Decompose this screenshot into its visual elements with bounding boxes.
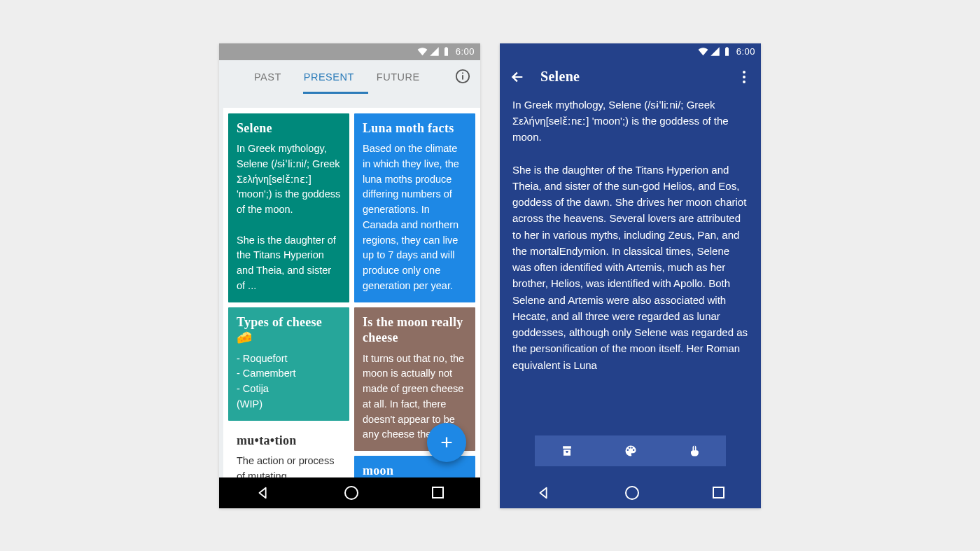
cards-column-right: Luna moth facts Based on the climate in …	[354, 113, 475, 477]
nav-home-icon[interactable]	[344, 486, 358, 500]
status-bar: 6:00	[219, 43, 480, 60]
tab-past[interactable]: PAST	[243, 60, 293, 94]
card-body: Based on the climate in which they live,…	[363, 141, 467, 294]
svg-rect-1	[462, 75, 463, 79]
card-title: Types of cheese 🧀	[237, 314, 341, 346]
card-selene[interactable]: Selene In Greek mythology, Selene (/sɨˈl…	[228, 113, 349, 302]
card-title: Selene	[237, 120, 341, 137]
back-arrow-icon[interactable]	[510, 69, 525, 85]
page-title: Selene	[540, 69, 722, 85]
cards-area: Selene In Greek mythology, Selene (/sɨˈl…	[223, 108, 480, 477]
status-time: 6:00	[736, 46, 755, 57]
plus-icon: +	[440, 431, 453, 454]
wifi-icon	[698, 46, 708, 57]
signal-icon	[429, 46, 440, 57]
note-paragraph: In Greek mythology, Selene (/sɨˈliːni/; …	[512, 97, 748, 146]
nav-back-icon[interactable]	[255, 485, 271, 501]
card-mutation[interactable]: mu•ta•tion The action or process of muta…	[228, 426, 349, 477]
wifi-icon	[417, 46, 428, 57]
android-navbar	[500, 477, 761, 508]
tab-future[interactable]: FUTURE	[365, 60, 431, 94]
card-body: In Greek mythology, Selene (/sɨˈliːni/; …	[237, 141, 341, 294]
nav-recent-icon[interactable]	[432, 487, 444, 498]
card-luna-moth[interactable]: Luna moth facts Based on the climate in …	[354, 113, 475, 302]
card-title: Luna moth facts	[363, 120, 467, 137]
tab-present[interactable]: PRESENT	[293, 60, 365, 94]
tab-bar: PAST PRESENT FUTURE	[219, 60, 480, 94]
svg-rect-2	[462, 72, 463, 74]
note-paragraph: She is the daughter of the Titans Hyperi…	[512, 162, 748, 373]
archive-icon[interactable]	[560, 444, 574, 458]
signal-icon	[710, 46, 720, 57]
card-body: The action or process of mutating	[237, 454, 341, 477]
phone-list-view: 6:00 PAST PRESENT FUTURE Selene In Greek…	[219, 43, 480, 508]
tab-underline	[303, 92, 368, 94]
overflow-menu-icon[interactable]	[737, 70, 751, 84]
note-body: In Greek mythology, Selene (/sɨˈliːni/; …	[500, 94, 761, 373]
app-bar: Selene	[500, 60, 761, 94]
battery-icon	[722, 46, 732, 57]
nav-home-icon[interactable]	[625, 486, 639, 500]
status-time: 6:00	[456, 46, 475, 57]
fab-add-button[interactable]: +	[427, 423, 466, 462]
nav-recent-icon[interactable]	[713, 487, 724, 498]
card-body: - Roquefort - Camembert - Cotija (WIP)	[237, 351, 341, 412]
cards-column-left: Selene In Greek mythology, Selene (/sɨˈl…	[228, 113, 349, 477]
info-icon[interactable]	[455, 69, 470, 84]
battery-icon	[441, 46, 451, 57]
card-title: moon	[363, 463, 467, 477]
phone-detail-view: 6:00 Selene In Greek mythology, Selene (…	[500, 43, 761, 508]
bottom-action-bar	[535, 435, 726, 466]
card-types-of-cheese[interactable]: Types of cheese 🧀 - Roquefort - Camember…	[228, 307, 349, 421]
nav-back-icon[interactable]	[536, 485, 552, 501]
card-title: mu•ta•tion	[237, 433, 341, 449]
card-title: Is the moon really cheese	[363, 314, 467, 346]
palette-icon[interactable]	[624, 444, 638, 458]
touch-icon[interactable]	[687, 444, 701, 458]
android-navbar	[219, 477, 480, 508]
status-bar: 6:00	[500, 43, 761, 60]
